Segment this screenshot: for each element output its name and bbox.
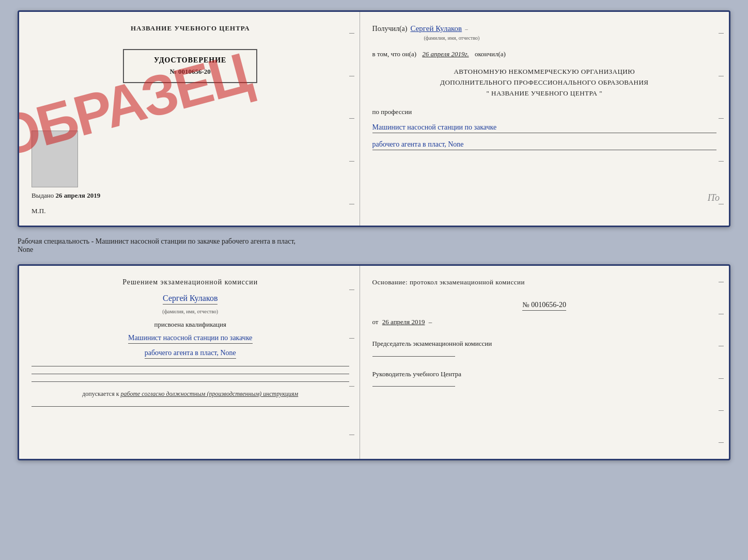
received-name-separator: –: [465, 26, 468, 32]
protocol-date-prefix: от: [372, 318, 379, 326]
chairman-label: Председатель экзаменационной комиссии: [372, 339, 716, 349]
line-3: [32, 381, 349, 382]
dash-r1: [719, 33, 724, 34]
date-suffix: окончил(а): [475, 50, 506, 58]
date-dash: –: [429, 318, 432, 326]
name-hint-top: (фамилия, имя, отчество): [424, 35, 716, 41]
dash-r5: [719, 204, 724, 204]
right-side-dashes-bottom: [718, 266, 725, 459]
dash-rb3: [719, 346, 724, 346]
dash-r3: [719, 118, 724, 119]
protocol-date-row: от 26 апреля 2019 –: [372, 318, 716, 326]
document-page-top: НАЗВАНИЕ УЧЕБНОГО ЦЕНТРА ОБРАЗЕЦ УДОСТОВ…: [18, 10, 730, 227]
doc-left-top: НАЗВАНИЕ УЧЕБНОГО ЦЕНТРА ОБРАЗЕЦ УДОСТОВ…: [19, 12, 360, 226]
name-handwritten: Сергей Кулаков: [163, 294, 217, 305]
school-title-top: НАЗВАНИЕ УЧЕБНОГО ЦЕНТРА: [131, 24, 250, 33]
qualification-label: присвоена квалификация: [154, 321, 226, 329]
dash-lb1: [349, 290, 354, 290]
dash-rb5: [719, 410, 724, 411]
issued-date: 26 апреля 2019: [56, 191, 101, 199]
dash-rb4: [719, 378, 724, 379]
dash-rb6: [719, 442, 724, 443]
ito-annotation: ITo: [708, 193, 720, 203]
dash-rb1: [719, 282, 724, 282]
director-label: Руководитель учебного Центра: [372, 369, 716, 379]
issued-label: Выдано: [32, 191, 54, 199]
dash-3: [349, 118, 354, 119]
middle-text-line1: Рабочая специальность - Машинист насосно…: [18, 237, 295, 245]
cert-box: УДОСТОВЕРЕНИЕ № 0010656-20: [123, 49, 257, 83]
line-2: [32, 374, 349, 374]
issued-row: Выдано 26 апреля 2019: [32, 191, 349, 200]
received-label: Получил(а): [372, 25, 408, 33]
date-value: 26 апреля 2019г.: [422, 50, 469, 58]
chairman-signature-line: [372, 356, 455, 357]
protocol-date: 26 апреля 2019: [382, 318, 425, 326]
org-block: АВТОНОМНУЮ НЕКОММЕРЧЕСКУЮ ОРГАНИЗАЦИЮ ДО…: [372, 67, 716, 99]
basis-title: Основание: протокол экзаменационной коми…: [372, 278, 716, 286]
allowed-text: работе согласно должностным (производств…: [121, 390, 299, 397]
name-hint-bottom: (фамилия, имя, отчество): [162, 309, 218, 314]
left-side-dashes-bottom: [348, 266, 355, 459]
document-page-bottom: Решением экзаменационной комиссии Сергей…: [18, 264, 730, 460]
profession-label: по профессии: [372, 108, 716, 116]
doc-right-top: Получил(а) Сергей Кулаков – (фамилия, им…: [360, 12, 729, 226]
left-side-dashes: [348, 12, 355, 226]
middle-text-block: Рабочая специальность - Машинист насосно…: [18, 235, 730, 256]
received-name: Сергей Кулаков: [411, 24, 462, 33]
qualification-value-2: рабочего агента в пласт, None: [145, 349, 236, 359]
cert-title: УДОСТОВЕРЕНИЕ: [131, 56, 249, 65]
profession-value-1: Машинист насосной станции по закачке: [372, 123, 716, 133]
dash-lb3: [349, 386, 354, 387]
cert-number: № 0010656-20: [131, 68, 249, 76]
dash-r2: [719, 76, 724, 76]
org-line2: ДОПОЛНИТЕЛЬНОГО ПРОФЕССИОНАЛЬНОГО ОБРАЗО…: [372, 77, 716, 88]
doc-left-bottom: Решением экзаменационной комиссии Сергей…: [19, 266, 360, 459]
commission-title: Решением экзаменационной комиссии: [122, 278, 258, 286]
dash-lb2: [349, 338, 354, 339]
dash-rb2: [719, 314, 724, 314]
protocol-number: № 0010656-20: [522, 301, 566, 311]
line-1: [32, 366, 349, 366]
dash-1: [349, 33, 354, 34]
line-4: [32, 406, 349, 407]
org-line1: АВТОНОМНУЮ НЕКОММЕРЧЕСКУЮ ОРГАНИЗАЦИЮ: [372, 67, 716, 77]
date-prefix: в том, что он(а): [372, 50, 417, 58]
doc-right-bottom: Основание: протокол экзаменационной коми…: [360, 266, 729, 459]
profession-value-2: рабочего агента в пласт, None: [372, 140, 716, 150]
allowed-prefix: допускается к: [82, 390, 119, 397]
date-row: в том, что он(а) 26 апреля 2019г. окончи…: [372, 50, 716, 58]
org-line3: " НАЗВАНИЕ УЧЕБНОГО ЦЕНТРА ": [372, 88, 716, 99]
protocol-number-wrapper: № 0010656-20: [372, 296, 716, 311]
qualification-value-1: Машинист насосной станции по закачке: [128, 334, 253, 344]
dash-4: [349, 161, 354, 162]
director-signature-line: [372, 386, 455, 387]
dash-5: [349, 204, 354, 204]
dash-2: [349, 76, 354, 76]
received-row: Получил(а) Сергей Кулаков –: [372, 24, 716, 33]
middle-text-line2: None: [18, 246, 33, 253]
photo-placeholder: [32, 131, 78, 187]
allowed-row: допускается к работе согласно должностны…: [82, 390, 298, 398]
dash-lb4: [349, 435, 354, 435]
dash-r4: [719, 161, 724, 162]
mp-row: М.П.: [32, 207, 45, 215]
